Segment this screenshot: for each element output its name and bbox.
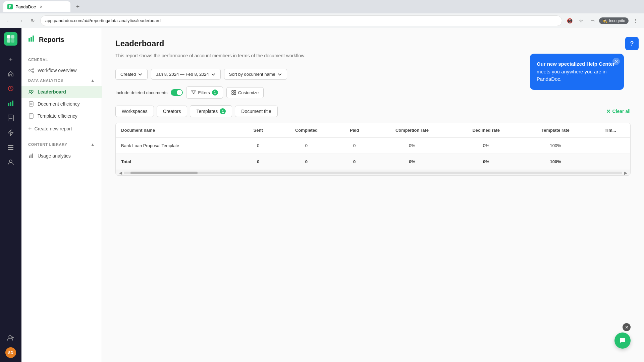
chat-icon: [619, 337, 627, 345]
svg-point-21: [29, 70, 31, 71]
svg-rect-37: [232, 90, 233, 92]
table-header-row: Document name Sent Completed Paid Comple…: [116, 123, 630, 138]
chevron-down-icon: [138, 72, 143, 77]
clear-all-label: Clear all: [612, 109, 631, 114]
svg-rect-39: [232, 93, 233, 95]
sidebar-bottom: SD: [4, 331, 17, 358]
tab-close-button[interactable]: ✕: [39, 4, 44, 9]
browser-chrome: P PandaDoc ✕ + ← → ↻ app.pandadoc.com/a/…: [0, 0, 644, 28]
col-template-rate: Template rate: [521, 123, 591, 138]
tab-document-title[interactable]: Document title: [235, 106, 277, 117]
usage-analytics-icon: [28, 153, 34, 159]
browser-tab[interactable]: P PandaDoc ✕: [3, 1, 70, 12]
svg-line-25: [31, 71, 32, 72]
filters-button[interactable]: Filters 1: [186, 86, 223, 99]
reload-button[interactable]: ↻: [28, 16, 38, 25]
bookmark-icon[interactable]: ☆: [576, 16, 586, 25]
tab-favicon: P: [7, 4, 13, 9]
help-popup-close-button[interactable]: ✕: [612, 58, 620, 65]
split-view-icon[interactable]: ▭: [588, 16, 597, 25]
sidebar-icon-analytics[interactable]: [4, 97, 17, 110]
tab-templates[interactable]: Templates 1: [190, 105, 232, 117]
help-popup-bold-text: Our new specialized Help Center: [537, 61, 615, 67]
sidebar-item-template-efficiency[interactable]: Template efficiency: [21, 110, 102, 122]
scroll-left-button[interactable]: ◀: [117, 170, 124, 176]
data-analytics-collapse[interactable]: ▲: [90, 78, 95, 83]
svg-rect-12: [8, 147, 13, 148]
sidebar-icon-add[interactable]: ＋: [4, 52, 17, 66]
sidebar-item-workflow[interactable]: Workflow overview: [21, 64, 102, 76]
usage-analytics-label: Usage analytics: [38, 153, 71, 159]
svg-rect-6: [10, 102, 11, 106]
created-dropdown[interactable]: Created: [115, 69, 148, 80]
document-efficiency-icon: [28, 101, 34, 107]
sidebar-item-document-efficiency[interactable]: Document efficiency: [21, 98, 102, 110]
content-library-collapse[interactable]: ▲: [90, 142, 95, 147]
cell-completion-rate: 0%: [372, 138, 451, 154]
cell-total-declined-rate: 0%: [452, 154, 521, 170]
document-efficiency-label: Document efficiency: [38, 101, 80, 107]
menu-icon[interactable]: ⋮: [631, 16, 640, 25]
templates-badge: 1: [220, 108, 226, 114]
svg-rect-36: [32, 154, 33, 158]
cell-total-paid: 0: [336, 154, 372, 170]
svg-point-15: [9, 336, 11, 338]
sidebar-icon-documents[interactable]: [4, 82, 17, 95]
sidebar-icon-add-user[interactable]: [4, 331, 17, 345]
back-button[interactable]: ←: [4, 16, 13, 25]
svg-rect-5: [8, 103, 9, 106]
toggle-knob: [177, 90, 182, 95]
general-section-label: GENERAL: [21, 58, 102, 64]
forward-button[interactable]: →: [16, 16, 25, 25]
col-document-name: Document name: [116, 123, 240, 138]
chat-button[interactable]: [614, 333, 631, 349]
new-tab-button[interactable]: +: [73, 2, 83, 11]
sidebar-icon-bolt[interactable]: [4, 126, 17, 139]
template-efficiency-label: Template efficiency: [38, 113, 77, 119]
sidebar-item-leaderboard[interactable]: Leaderboard: [21, 86, 102, 98]
svg-rect-7: [12, 101, 13, 106]
address-bar[interactable]: app.pandadoc.com/a/#/reporting/data-anal…: [40, 15, 562, 26]
cell-total-sent: 0: [240, 154, 276, 170]
page-description: This report shows the performance of acc…: [115, 52, 317, 59]
table-scroll-bar[interactable]: ◀ ▶: [116, 170, 630, 175]
help-button[interactable]: ?: [625, 37, 639, 50]
sort-chevron-icon: [277, 72, 282, 77]
sort-dropdown[interactable]: Sort by document name: [224, 69, 287, 80]
sidebar-icon-home[interactable]: [4, 67, 17, 80]
svg-rect-34: [29, 156, 30, 158]
sidebar-icon-page[interactable]: [4, 111, 17, 125]
include-deleted-toggle[interactable]: [171, 89, 183, 96]
cell-total-completion-rate: 0%: [372, 154, 451, 170]
sidebar-icon-contacts[interactable]: [4, 156, 17, 169]
svg-point-23: [32, 71, 34, 73]
add-icon: +: [28, 125, 32, 132]
leaderboard-table: Document name Sent Completed Paid Comple…: [116, 123, 630, 170]
sidebar-icon-list[interactable]: [4, 141, 17, 154]
chat-close-button[interactable]: ✕: [623, 323, 631, 331]
scroll-right-button[interactable]: ▶: [622, 170, 629, 176]
clear-all-button[interactable]: ✕ Clear all: [606, 108, 631, 115]
sidebar-item-usage-analytics[interactable]: Usage analytics: [21, 150, 102, 162]
tab-creators[interactable]: Creators: [157, 106, 187, 117]
svg-point-27: [31, 90, 33, 92]
cast-icon[interactable]: 📵: [565, 16, 574, 25]
tab-workspaces[interactable]: Workspaces: [115, 106, 154, 117]
cell-total-time: [590, 154, 630, 170]
user-avatar[interactable]: SD: [5, 347, 16, 358]
customize-button[interactable]: Customize: [226, 87, 264, 98]
scroll-thumb[interactable]: [130, 172, 198, 174]
svg-rect-38: [234, 90, 236, 92]
create-new-report-btn[interactable]: + Create new report: [21, 122, 102, 135]
filter-tabs-row: Workspaces Creators Templates 1 Document…: [115, 105, 631, 117]
svg-rect-3: [11, 39, 14, 43]
col-declined-rate: Declined rate: [452, 123, 521, 138]
template-efficiency-icon: [28, 113, 34, 119]
date-range-dropdown[interactable]: Jan 8, 2024 — Feb 8, 2024: [151, 69, 221, 80]
app-logo[interactable]: [4, 32, 17, 46]
nav-sidebar: Reports GENERAL Workflow overview DATA A…: [21, 28, 102, 362]
svg-point-26: [29, 90, 31, 92]
workflow-label: Workflow overview: [38, 68, 76, 73]
browser-nav-icons: 📵 ☆ ▭ 🕵 Incognito ⋮: [565, 16, 640, 25]
table-scroll-container[interactable]: Document name Sent Completed Paid Comple…: [116, 123, 630, 170]
